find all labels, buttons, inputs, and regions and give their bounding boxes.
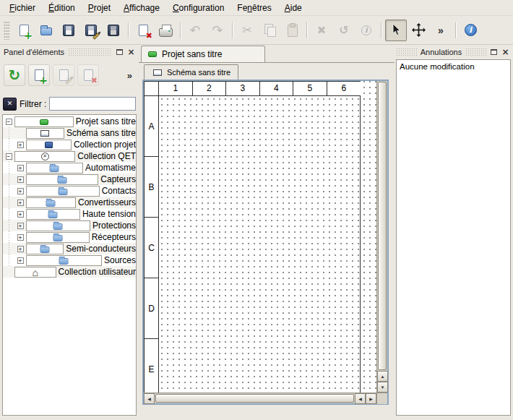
tree-item-label: Projet sans titre bbox=[74, 116, 136, 127]
schema-tab-label: Schéma sans titre bbox=[167, 68, 230, 77]
float-undo-panel-button[interactable] bbox=[488, 47, 499, 57]
h-scroll-thumb[interactable] bbox=[155, 394, 354, 403]
schema-tab-icon-slot bbox=[152, 67, 163, 77]
vertical-scrollbar[interactable]: ▲ ▼ bbox=[376, 81, 387, 393]
tab-schema[interactable]: Schéma sans titre bbox=[144, 64, 238, 80]
elements-panel-titlebar[interactable]: Panel d'éléments × bbox=[2, 46, 137, 58]
scroll-left-button-secondary[interactable]: ◀ bbox=[355, 393, 366, 404]
menu-item-projet[interactable]: Projet bbox=[82, 0, 117, 15]
h-scroll-track[interactable] bbox=[155, 393, 355, 403]
tree-expander[interactable]: + bbox=[14, 162, 26, 173]
save-all-button[interactable] bbox=[103, 20, 124, 41]
elements-toolbar-overflow[interactable]: » bbox=[124, 70, 135, 81]
horizontal-scrollbar[interactable]: ◀ ◀ ▶ bbox=[144, 393, 387, 403]
paste-button[interactable] bbox=[281, 20, 303, 41]
tree-expander[interactable]: + bbox=[14, 243, 26, 254]
tree-item-convertisseurs[interactable]: +Convertisseurs bbox=[3, 197, 136, 208]
delete-button[interactable]: ✖ bbox=[311, 20, 332, 41]
tree-expander[interactable]: − bbox=[3, 116, 14, 127]
tree-item-collection-utilisateur[interactable]: ⌂Collection utilisateur bbox=[3, 266, 136, 278]
undo-panel-titlebar[interactable]: Annulations × bbox=[396, 46, 511, 58]
canvas-row-label: E bbox=[145, 339, 158, 393]
edit-element-button[interactable] bbox=[53, 64, 74, 86]
tree-expander[interactable]: + bbox=[14, 254, 26, 266]
new-project-button[interactable]: + bbox=[13, 20, 35, 41]
toolbar-overflow-button[interactable]: » bbox=[430, 20, 452, 41]
redo-button[interactable]: ↷ bbox=[207, 20, 228, 41]
project-tab-label: Projet sans titre bbox=[162, 49, 222, 59]
canvas-column-label: 1 bbox=[159, 82, 193, 95]
filter-input[interactable] bbox=[49, 97, 136, 111]
canvas-column-label: 5 bbox=[293, 82, 327, 95]
toolbar-separator bbox=[125, 21, 132, 40]
tree-item-semi-conducteurs[interactable]: +Semi-conducteurs bbox=[3, 243, 136, 254]
toolbar-grip[interactable] bbox=[4, 21, 9, 40]
tab-project[interactable]: Projet sans titre bbox=[141, 46, 265, 62]
close-elements-panel-button[interactable]: × bbox=[126, 47, 137, 57]
tree-item-label: Contacts bbox=[100, 186, 136, 196]
diagram-canvas[interactable]: 123456 ABCDE bbox=[144, 81, 376, 393]
cut-button[interactable]: ✂ bbox=[236, 20, 258, 41]
copy-button[interactable] bbox=[259, 20, 280, 41]
tree-expander[interactable]: + bbox=[14, 185, 26, 197]
undo-history-list[interactable]: Aucune modification bbox=[396, 59, 511, 416]
tree-item-label: Convertisseurs bbox=[76, 197, 136, 207]
close-undo-panel-button[interactable]: × bbox=[500, 47, 511, 57]
tree-item-collection-projet[interactable]: +Collection projet bbox=[3, 139, 136, 150]
undo-button[interactable]: ↶ bbox=[184, 20, 206, 41]
collection-project-icon bbox=[26, 140, 72, 150]
tree-item-automatisme[interactable]: +Automatisme bbox=[3, 162, 136, 173]
menu-item-aide[interactable]: Aide bbox=[278, 0, 309, 15]
menu-item-fenetres[interactable]: Fenêtres bbox=[230, 0, 277, 15]
menu-item-configuration[interactable]: Configuration bbox=[166, 0, 230, 15]
close-project-button[interactable]: ✖ bbox=[132, 20, 154, 41]
undo-empty-text: Aucune modification bbox=[400, 62, 507, 71]
tree-indent-guide bbox=[3, 162, 14, 173]
open-project-button[interactable] bbox=[35, 20, 57, 41]
scroll-down-button[interactable]: ▼ bbox=[377, 382, 388, 393]
menu-item-fichier[interactable]: Fichier bbox=[3, 0, 42, 15]
select-tool-button[interactable] bbox=[385, 20, 407, 41]
dock-handle-texture bbox=[68, 48, 112, 56]
scroll-up-button[interactable]: ▲ bbox=[377, 371, 388, 382]
new-element-button[interactable]: + bbox=[28, 64, 50, 86]
diagram-info-button[interactable]: i bbox=[355, 20, 377, 41]
reload-collections-button[interactable]: ↻ bbox=[4, 64, 25, 86]
tree-expander[interactable]: + bbox=[14, 139, 26, 150]
tree-indent-guide bbox=[3, 243, 14, 254]
tree-expander[interactable]: + bbox=[14, 197, 26, 208]
tree-item-sources[interactable]: +Sources bbox=[3, 254, 136, 266]
move-tool-button[interactable] bbox=[408, 20, 429, 41]
save-as-button[interactable] bbox=[80, 20, 102, 41]
print-button[interactable] bbox=[155, 20, 176, 41]
help-info-button[interactable]: i bbox=[460, 20, 481, 41]
save-all-icon bbox=[105, 22, 122, 39]
v-scroll-thumb[interactable] bbox=[378, 82, 387, 370]
mdi-area: Schéma sans titre 123456 ABCDE bbox=[139, 63, 395, 420]
tree-item-contacts[interactable]: +Contacts bbox=[3, 185, 136, 197]
tree-expander[interactable]: + bbox=[14, 173, 26, 185]
tree-item-schema-sans-titre[interactable]: Schéma sans titre bbox=[3, 127, 136, 139]
rotate-button[interactable]: ↺ bbox=[333, 20, 355, 41]
tree-item-collection-qet[interactable]: −✕Collection QET bbox=[3, 150, 136, 162]
tree-expander[interactable]: + bbox=[14, 231, 26, 243]
float-elements-panel-button[interactable] bbox=[114, 47, 125, 57]
tree-item-recepteurs[interactable]: +Récepteurs bbox=[3, 231, 136, 243]
scroll-right-button[interactable]: ▶ bbox=[366, 393, 376, 404]
delete-element-button[interactable]: ✖ bbox=[77, 64, 99, 86]
tree-item-label: Capteurs bbox=[98, 174, 136, 184]
tree-item-protections[interactable]: +Protections bbox=[3, 220, 136, 231]
scroll-left-button[interactable]: ◀ bbox=[144, 393, 155, 404]
menu-item-affichage[interactable]: Affichage bbox=[117, 0, 166, 15]
menu-item-edition[interactable]: Édition bbox=[42, 0, 82, 15]
tree-item-haute-tension[interactable]: +Haute tension bbox=[3, 208, 136, 220]
clear-filter-button[interactable]: ✕ bbox=[3, 98, 17, 111]
tree-expander[interactable]: + bbox=[14, 208, 26, 220]
undo-panel: Annulations × Aucune modification bbox=[395, 45, 513, 420]
tree-item-projet-sans-titre[interactable]: −Projet sans titre bbox=[3, 116, 136, 127]
tree-item-capteurs[interactable]: +Capteurs bbox=[3, 173, 136, 185]
v-scroll-track[interactable] bbox=[377, 81, 387, 371]
save-button[interactable] bbox=[58, 20, 79, 41]
tree-expander[interactable]: − bbox=[3, 150, 14, 162]
tree-expander[interactable]: + bbox=[14, 220, 26, 231]
